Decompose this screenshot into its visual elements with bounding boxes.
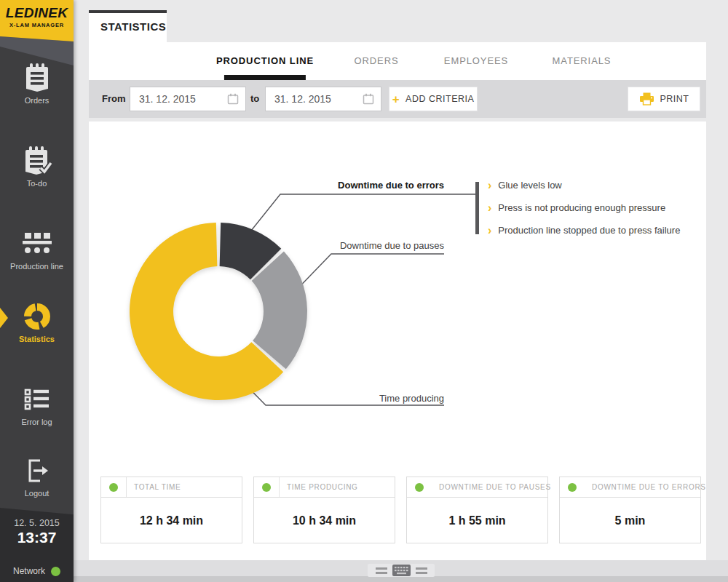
- stat-card-label: TIME PRODUCING: [287, 483, 358, 491]
- brand-name: LEDINEK: [0, 5, 74, 21]
- date-from-input[interactable]: 31. 12. 2015: [130, 87, 246, 111]
- subtab-bar: PRODUCTION LINEORDERSEMPLOYEESMATERIALS: [89, 42, 706, 80]
- tab-statistics[interactable]: STATISTICS: [89, 10, 167, 42]
- error-messages-list: ›Glue levels low›Press is not producing …: [488, 174, 680, 242]
- chart-panel: Downtime due to errors Downtime due to p…: [89, 121, 706, 560]
- bottom-taskbar: [74, 560, 728, 582]
- stat-card-header: DOWNTIME DUE TO ERRORS: [560, 477, 700, 498]
- date-to-input[interactable]: 31. 12. 2015: [265, 87, 381, 111]
- sidebar-footer: 12. 5. 2015 13:37 Network: [0, 508, 74, 582]
- stat-card-label: TOTAL TIME: [134, 483, 181, 491]
- sidebar-item-to-do[interactable]: To-do: [0, 144, 74, 188]
- add-criteria-button[interactable]: + ADD CRITERIA: [389, 87, 478, 111]
- summary-cards-row: TOTAL TIME12 h 34 minTIME PRODUCING10 h …: [100, 477, 701, 543]
- brand-subtitle: X-LAM MANAGER: [0, 22, 74, 28]
- statistics-icon: [0, 300, 74, 333]
- stat-card-value: 10 h 34 min: [254, 498, 395, 543]
- sidebar-item-label: To-do: [0, 179, 74, 188]
- current-date: 12. 5. 2015: [0, 518, 74, 528]
- status-dot-icon: [415, 483, 424, 492]
- error-log-icon: [0, 383, 74, 416]
- sidebar-item-label: Statistics: [0, 335, 74, 343]
- sidebar-item-logout[interactable]: Logout: [0, 454, 74, 498]
- sidebar-item-label: Orders: [0, 96, 74, 105]
- error-message-text: Production line stopped due to press fai…: [498, 225, 680, 236]
- stat-card-total-time: TOTAL TIME12 h 34 min: [100, 477, 242, 543]
- logout-icon: [0, 454, 74, 487]
- sidebar-item-statistics[interactable]: Statistics: [0, 300, 74, 343]
- divider: [126, 477, 127, 497]
- page-title: STATISTICS: [89, 13, 167, 41]
- minimize-bars-icon[interactable]: [376, 567, 387, 574]
- stat-card-label: DOWNTIME DUE TO PAUSES: [439, 483, 551, 491]
- chevron-right-icon: ›: [488, 225, 491, 236]
- error-message-item: ›Press is not producing enough pressure: [488, 196, 680, 219]
- date-to-value: 31. 12. 2015: [266, 93, 363, 105]
- onscreen-keyboard-widget: [368, 564, 435, 577]
- status-dot-icon: [109, 483, 118, 492]
- stat-card-header: TOTAL TIME: [101, 477, 242, 498]
- sidebar-item-orders[interactable]: Orders: [0, 61, 74, 105]
- stat-card-header: TIME PRODUCING: [254, 477, 395, 498]
- current-time: 13:37: [0, 529, 74, 546]
- callout-label-errors: Downtime due to errors: [338, 180, 444, 191]
- print-button[interactable]: PRINT: [628, 87, 700, 111]
- brand-logo: LEDINEK X-LAM MANAGER: [0, 0, 74, 67]
- stat-card-value: 5 min: [560, 498, 700, 543]
- subtab-employees[interactable]: EMPLOYEES: [444, 42, 508, 80]
- downtime-donut-chart: [124, 217, 313, 406]
- sidebar-item-label: Logout: [0, 489, 74, 498]
- status-dot-icon: [262, 483, 271, 492]
- callout-label-pauses: Downtime due to pauses: [340, 240, 444, 251]
- error-message-item: ›Production line stopped due to press fa…: [488, 219, 680, 242]
- sidebar: LEDINEK X-LAM MANAGER OrdersTo-doProduct…: [0, 0, 74, 582]
- stat-card-header: DOWNTIME DUE TO PAUSES: [407, 477, 547, 498]
- callout-label-producing: Time producing: [379, 393, 444, 404]
- stat-card-value: 1 h 55 min: [407, 498, 547, 543]
- status-dot-icon: [568, 483, 577, 492]
- sidebar-item-label: Production line: [0, 262, 74, 271]
- stat-card-downtime-due-to-pauses: DOWNTIME DUE TO PAUSES1 h 55 min: [406, 477, 548, 543]
- calendar-icon[interactable]: [363, 93, 374, 105]
- divider: [279, 477, 280, 497]
- error-message-item: ›Glue levels low: [488, 174, 680, 196]
- stat-card-label: DOWNTIME DUE TO ERRORS: [592, 483, 706, 491]
- error-message-text: Glue levels low: [498, 180, 561, 191]
- print-label: PRINT: [660, 94, 689, 104]
- stat-card-downtime-due-to-errors: DOWNTIME DUE TO ERRORS5 min: [559, 477, 701, 543]
- chevron-right-icon: ›: [488, 180, 491, 191]
- sidebar-item-production-line[interactable]: Production line: [0, 227, 74, 271]
- to-label: to: [250, 80, 259, 118]
- network-status: Network: [0, 566, 74, 576]
- stat-card-time-producing: TIME PRODUCING10 h 34 min: [253, 477, 395, 543]
- network-status-dot-icon: [51, 567, 60, 576]
- app-root: { "app": { "brand": "LEDINEK", "brand_su…: [0, 0, 728, 582]
- production-line-icon: [0, 227, 74, 260]
- sidebar-item-error-log[interactable]: Error log: [0, 383, 74, 426]
- active-item-arrow-icon: [0, 308, 8, 328]
- network-label: Network: [13, 566, 45, 576]
- plus-icon: +: [392, 93, 400, 105]
- keyboard-icon[interactable]: [392, 565, 411, 576]
- minimize-bars-icon[interactable]: [416, 567, 427, 574]
- todo-icon: [0, 144, 74, 178]
- filter-bar: From 31. 12. 2015 to 31. 12. 2015 + ADD …: [89, 80, 706, 118]
- main-area: STATISTICS PRODUCTION LINEORDERSEMPLOYEE…: [74, 0, 728, 582]
- subtab-materials[interactable]: MATERIALS: [553, 42, 612, 80]
- chevron-right-icon: ›: [488, 202, 491, 214]
- calendar-icon[interactable]: [227, 93, 239, 105]
- stat-card-value: 12 h 34 min: [101, 498, 242, 543]
- date-from-value: 31. 12. 2015: [130, 93, 227, 105]
- from-label: From: [102, 80, 126, 118]
- subtab-production-line[interactable]: PRODUCTION LINE: [216, 42, 314, 80]
- sidebar-item-label: Error log: [0, 418, 74, 426]
- subtab-orders[interactable]: ORDERS: [354, 42, 398, 80]
- orders-icon: [0, 61, 74, 95]
- error-message-text: Press is not producing enough pressure: [498, 202, 665, 213]
- printer-icon: [639, 92, 654, 105]
- add-criteria-label: ADD CRITERIA: [405, 94, 474, 104]
